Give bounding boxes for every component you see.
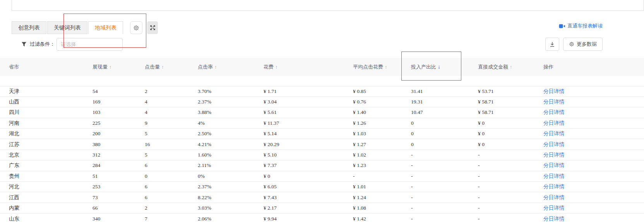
province-cell: 广东 [0, 160, 84, 171]
province-cell: 江西 [0, 192, 84, 203]
value-cell: - [402, 150, 469, 160]
value-cell: 225 [84, 118, 136, 128]
sort-asc-icon[interactable]: ↑ [510, 64, 512, 70]
column-header: 省市 [0, 58, 84, 76]
value-cell: 19.31 [402, 96, 469, 107]
more-data-label: 更多数据 [577, 41, 597, 48]
value-cell: 2.37% [189, 182, 255, 192]
value-cell: ¥ 5.61 [255, 107, 344, 118]
daily-detail-link[interactable]: 分日详情 [543, 152, 564, 158]
expand-button[interactable] [147, 21, 158, 34]
sort-asc-icon[interactable]: ↑ [109, 64, 112, 70]
sort-asc-icon[interactable]: ↑ [161, 64, 164, 70]
table-row: 天津5423.70%¥ 1.71¥ 0.8531.41¥ 53.71分日详情 [0, 86, 644, 96]
column-header[interactable]: 投入产出比↓ [402, 58, 469, 76]
value-cell: 4.21% [189, 139, 255, 150]
tab-creative-list[interactable]: 创意列表 [12, 21, 46, 34]
daily-detail-link[interactable]: 分日详情 [543, 194, 564, 200]
value-cell: 66 [84, 203, 136, 213]
value-cell: ¥ 0 [255, 171, 344, 181]
daily-detail-link[interactable]: 分日详情 [543, 162, 564, 168]
sort-asc-icon[interactable]: ↑ [275, 64, 278, 70]
value-cell: - [469, 160, 534, 171]
column-header: 操作 [534, 58, 644, 76]
download-icon [549, 41, 555, 47]
tab-region-list[interactable]: 地域列表 [88, 21, 123, 34]
tab-bar: 创意列表 关键词列表 地域列表 [0, 21, 644, 34]
value-cell: ¥ 6.05 [255, 182, 344, 192]
value-cell: - [402, 182, 469, 192]
column-header[interactable]: 平均点击花费↑ [344, 58, 402, 76]
value-cell: ¥ 5.14 [255, 129, 344, 139]
value-cell: - [402, 192, 469, 203]
value-cell: - [469, 192, 534, 203]
value-cell: 31.41 [402, 86, 469, 96]
daily-detail-link[interactable]: 分日详情 [543, 120, 564, 126]
column-header[interactable]: 展现量↑ [84, 58, 136, 76]
value-cell: 4% [189, 118, 255, 128]
table-row: 江苏380164.21%¥ 20.29¥ 1.270¥ 0分日详情 [0, 139, 644, 150]
sort-asc-icon[interactable]: ↑ [385, 64, 387, 70]
column-header[interactable]: 直接成交金额↑ [469, 58, 534, 76]
column-header[interactable]: 花费↑ [255, 58, 344, 76]
value-cell: ¥ 1.03 [344, 129, 402, 139]
value-cell: 200 [84, 129, 136, 139]
value-cell: - [402, 160, 469, 171]
value-cell: 8.22% [189, 192, 255, 203]
value-cell: 312 [84, 150, 136, 160]
tab-label: 地域列表 [95, 24, 116, 31]
settings-button[interactable] [130, 21, 142, 34]
daily-detail-link[interactable]: 分日详情 [543, 173, 564, 179]
column-header[interactable]: 点击量↑ [136, 58, 189, 76]
daily-detail-link[interactable]: 分日详情 [543, 205, 564, 211]
value-cell: ¥ 53.71 [469, 86, 534, 96]
action-cell: 分日详情 [534, 160, 644, 171]
region-data-table: 省市展现量↑点击量↑点击率↑花费↑平均点击花费↑投入产出比↓直接成交金额↑操作 … [0, 58, 644, 222]
report-guide-link[interactable]: 直通车报表解读 [559, 22, 603, 29]
action-cell: 分日详情 [534, 118, 644, 128]
province-cell: 内蒙 [0, 203, 84, 213]
sort-desc-icon[interactable]: ↓ [438, 64, 440, 70]
daily-detail-link[interactable]: 分日详情 [543, 109, 564, 115]
value-cell: 2.11% [189, 160, 255, 171]
value-cell: 4 [136, 96, 189, 107]
daily-detail-link[interactable]: 分日详情 [543, 141, 564, 147]
value-cell: 253 [84, 182, 136, 192]
daily-detail-link[interactable]: 分日详情 [543, 88, 564, 94]
funnel-icon [21, 42, 27, 47]
province-cell: 天津 [0, 86, 84, 96]
column-label: 点击量 [145, 64, 160, 70]
daily-detail-link[interactable]: 分日详情 [543, 216, 564, 222]
value-cell: 0% [189, 171, 255, 181]
sort-asc-icon[interactable]: ↑ [214, 64, 217, 70]
value-cell: 3.88% [189, 107, 255, 118]
value-cell: ¥ 11.37 [255, 118, 344, 128]
value-cell: ¥ 1.08 [344, 203, 402, 213]
filter-label: 过滤条件： [30, 41, 55, 48]
value-cell: 284 [84, 160, 136, 171]
value-cell: 2.06% [189, 213, 255, 222]
column-header[interactable]: 点击率↑ [189, 58, 255, 76]
column-label: 花费 [264, 64, 274, 70]
value-cell: ¥ 1.02 [344, 150, 402, 160]
value-cell: ¥ 58.71 [469, 107, 534, 118]
value-cell: 73 [84, 192, 136, 203]
province-cell: 山西 [0, 96, 84, 107]
filter-select-input[interactable] [57, 38, 123, 51]
value-cell: ¥ 1.24 [344, 192, 402, 203]
column-label: 操作 [543, 64, 553, 70]
value-cell: ¥ 1.27 [344, 139, 402, 150]
daily-detail-link[interactable]: 分日详情 [543, 184, 564, 189]
more-data-button[interactable]: 更多数据 [563, 38, 603, 51]
value-cell: ¥ 3.04 [255, 96, 344, 107]
value-cell: 169 [84, 96, 136, 107]
tab-keyword-list[interactable]: 关键词列表 [47, 21, 87, 34]
download-button[interactable] [545, 38, 559, 51]
tab-label: 创意列表 [18, 24, 40, 31]
value-cell: 3.70% [189, 86, 255, 96]
daily-detail-link[interactable]: 分日详情 [543, 131, 564, 136]
daily-detail-link[interactable]: 分日详情 [543, 99, 564, 105]
action-cell: 分日详情 [534, 182, 644, 192]
table-row: 北京31251.60%¥ 5.10¥ 1.02--分日详情 [0, 150, 644, 160]
value-cell: ¥ 0.85 [344, 86, 402, 96]
